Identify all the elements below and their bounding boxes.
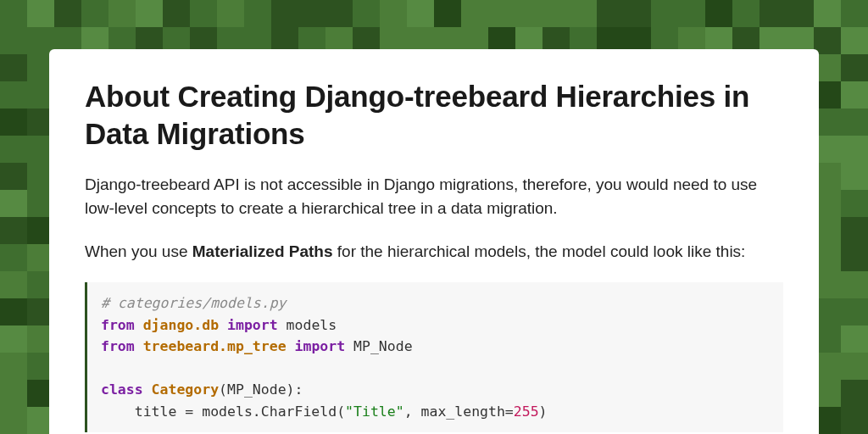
code-paren-close: ):	[287, 381, 303, 398]
code-comment: # categories/models.py	[101, 295, 287, 311]
code-base: MP_Node	[227, 381, 287, 398]
code-kw-from-1: from	[101, 317, 135, 333]
code-num: 255	[514, 403, 539, 420]
p2-strong: Materialized Paths	[192, 242, 333, 260]
article-paragraph-1: Django-treebeard API is not accessible i…	[85, 173, 783, 221]
code-block: # categories/models.py from django.db im…	[85, 282, 783, 432]
code-lhs: title = models.CharField(	[135, 403, 345, 420]
article-card: About Creating Django-treebeard Hierarch…	[49, 49, 819, 434]
code-close: )	[539, 403, 548, 420]
code-kw-class: class	[101, 381, 143, 398]
article-paragraph-2: When you use Materialized Paths for the …	[85, 240, 783, 264]
code-kw-import-1: import	[227, 317, 278, 333]
code-mod-1: django.db	[143, 317, 219, 333]
code-id-2: MP_Node	[353, 338, 413, 354]
code-comma: , max_length=	[404, 403, 514, 420]
code-kw-import-2: import	[295, 338, 346, 354]
code-indent	[101, 403, 135, 420]
p2-post: for the hierarchical models, the model c…	[333, 242, 746, 260]
code-mod-2: treebeard.mp_tree	[143, 338, 287, 354]
code-str: "Title"	[345, 403, 404, 420]
code-id-1: models	[287, 317, 337, 333]
article-title: About Creating Django-treebeard Hierarch…	[85, 78, 783, 153]
p2-pre: When you use	[85, 242, 192, 260]
code-kw-from-2: from	[101, 338, 135, 354]
code-classname: Category	[152, 381, 219, 398]
code-paren-open: (	[219, 381, 227, 398]
